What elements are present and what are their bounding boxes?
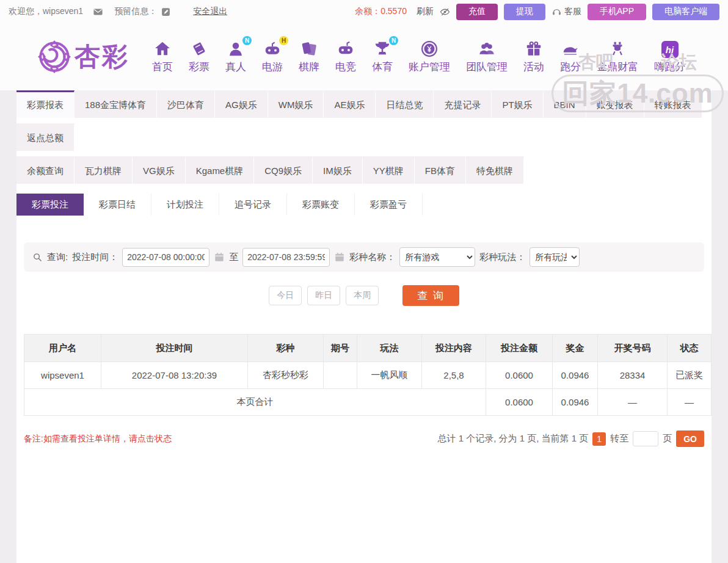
tab-im[interactable]: IM娱乐 — [313, 156, 363, 184]
nav-item-home[interactable]: 首页 — [144, 40, 181, 74]
tab-daily-overview[interactable]: 日结总览 — [376, 90, 434, 118]
current-page-badge[interactable]: 1 — [592, 432, 606, 446]
logout-link[interactable]: 安全退出 — [193, 6, 227, 17]
nav-item-live[interactable]: N 真人 — [217, 40, 254, 74]
mobile-app-button[interactable]: 手机APP — [588, 4, 646, 20]
nav-item-team[interactable]: 团队管理 — [458, 40, 515, 74]
col-prize: 奖金 — [553, 335, 598, 362]
col-content: 投注内容 — [422, 335, 486, 362]
tab-balance-query[interactable]: 余额查询 — [16, 156, 75, 184]
tab-yy-cards[interactable]: YY棋牌 — [363, 156, 415, 184]
tab-vg[interactable]: VG娱乐 — [133, 156, 186, 184]
yesterday-button[interactable]: 昨日 — [307, 286, 340, 305]
nav-item-promo[interactable]: 活动 — [515, 40, 552, 74]
subtab-chase-log[interactable]: 追号记录 — [219, 194, 287, 216]
start-time-input[interactable] — [122, 248, 209, 267]
home-icon — [153, 40, 172, 58]
ticket-icon — [190, 40, 208, 58]
subtab-plan-bets[interactable]: 计划投注 — [151, 194, 219, 216]
balance-text: 余额：0.5570 — [355, 6, 407, 17]
summary-status: — — [668, 389, 712, 416]
customer-service-button[interactable]: 客服 — [551, 6, 581, 17]
withdraw-button[interactable]: 提现 — [504, 4, 545, 20]
nav-item-jinding[interactable]: 金鼎财富 — [589, 40, 646, 74]
nav-label: 首页 — [152, 60, 173, 74]
tab-kgame[interactable]: Kgame棋牌 — [186, 156, 255, 184]
tab-account-change-report[interactable]: 账变报表 — [586, 90, 644, 118]
pc-client-button[interactable]: 电脑客户端 — [652, 4, 719, 20]
tab-ag[interactable]: AG娱乐 — [215, 90, 268, 118]
nav-item-egames[interactable]: H 电游 — [254, 40, 291, 74]
customer-service-label: 客服 — [564, 6, 581, 17]
nav-item-account[interactable]: 账户管理 — [401, 40, 458, 74]
eye-slash-icon[interactable] — [440, 7, 450, 17]
pagination-summary: 总计 1 个记录, 分为 1 页, 当前第 1 页 — [438, 433, 589, 445]
col-bet-time: 投注时间 — [101, 335, 248, 362]
tab-wali-cards[interactable]: 瓦力棋牌 — [75, 156, 133, 184]
tab-rebate-total[interactable]: 返点总额 — [16, 123, 75, 151]
cell-status-link[interactable]: 已派奖 — [668, 362, 712, 389]
lottery-name-select[interactable]: 所有游戏 — [399, 247, 475, 267]
page-unit-label: 页 — [663, 433, 672, 445]
tab-tetu-cards[interactable]: 特免棋牌 — [466, 156, 524, 184]
today-button[interactable]: 今日 — [269, 286, 302, 305]
nav-label: 真人 — [225, 60, 246, 74]
note-text: 备注:如需查看投注单详情，请点击状态 — [24, 434, 172, 445]
nav-label: 彩票 — [189, 60, 209, 74]
tab-pt[interactable]: PT娱乐 — [492, 90, 543, 118]
site-logo[interactable]: 杏彩 — [37, 39, 129, 74]
gift-icon — [525, 40, 543, 58]
summary-label: 本页合计 — [24, 389, 486, 416]
reserved-info-label: 预留信息： — [114, 6, 157, 17]
nav-label: 电竞 — [335, 60, 356, 74]
nav-item-lottery[interactable]: 彩票 — [181, 40, 217, 74]
tab-ae[interactable]: AE娱乐 — [324, 90, 376, 118]
summary-draw-number: — — [598, 389, 668, 416]
this-week-button[interactable]: 本周 — [346, 286, 379, 305]
nav-label: 跑分 — [560, 60, 581, 74]
nav-item-sports[interactable]: N 体育 — [364, 40, 401, 74]
tab-transfer-report[interactable]: 转账报表 — [644, 90, 702, 118]
envelope-icon[interactable] — [93, 7, 103, 17]
tab-lottery-report[interactable]: 彩票报表 — [16, 90, 75, 118]
end-time-input[interactable] — [242, 248, 330, 267]
cell-username: wipseven1 — [24, 362, 101, 389]
subtab-lottery-daily[interactable]: 彩票日结 — [84, 194, 151, 216]
tab-saba-sports[interactable]: 沙巴体育 — [157, 90, 215, 118]
nav-item-cards[interactable]: 棋牌 — [291, 40, 327, 74]
subtab-lottery-bets[interactable]: 彩票投注 — [16, 194, 84, 216]
nav-item-paofen[interactable]: 跑分 — [552, 40, 589, 74]
tab-bbin[interactable]: BBIN — [544, 90, 586, 118]
calendar-icon[interactable] — [214, 252, 225, 263]
cell-bet-time: 2022-07-08 13:20:39 — [101, 362, 248, 389]
subtab-lottery-profit-loss[interactable]: 彩票盈亏 — [355, 194, 423, 216]
deposit-button[interactable]: 充值 — [456, 4, 498, 20]
cell-amount: 0.0600 — [486, 362, 553, 389]
nav-item-esports[interactable]: 电竞 — [327, 40, 364, 74]
subtab-lottery-account-change[interactable]: 彩票账变 — [287, 194, 355, 216]
tab-cq9[interactable]: CQ9娱乐 — [254, 156, 313, 184]
play-type-label: 彩种玩法： — [479, 252, 525, 263]
tab-deposit-withdraw-log[interactable]: 充提记录 — [434, 90, 492, 118]
go-button[interactable]: GO — [676, 430, 704, 447]
nav-item-hipaofen[interactable]: hi 嗨跑分 — [646, 41, 693, 74]
refresh-button[interactable]: 刷新 — [417, 6, 434, 17]
cell-prize: 0.0946 — [553, 362, 598, 389]
tab-188-sports[interactable]: 188金宝博体育 — [75, 90, 157, 118]
goto-page-input[interactable] — [633, 431, 658, 446]
summary-prize: 0.0946 — [553, 389, 598, 416]
edit-icon[interactable] — [161, 7, 171, 17]
tab-wm[interactable]: WM娱乐 — [268, 90, 324, 118]
headset-icon — [551, 7, 562, 17]
cell-draw-number: 28334 — [598, 362, 668, 389]
table-header-row: 用户名 投注时间 彩种 期号 玩法 投注内容 投注金额 奖金 开奖号码 状态 — [24, 335, 712, 362]
team-icon — [478, 40, 496, 58]
bet-time-label: 投注时间： — [72, 252, 118, 263]
tab-fb-sports[interactable]: FB体育 — [415, 156, 466, 184]
lottery-name-label: 彩种名称： — [349, 252, 395, 263]
play-type-select[interactable]: 所有玩法 — [530, 247, 580, 267]
calendar-icon[interactable] — [334, 252, 345, 263]
nav-label: 电游 — [262, 60, 283, 74]
search-button[interactable]: 查 询 — [402, 285, 459, 306]
cell-play: 一帆风顺 — [357, 362, 422, 389]
